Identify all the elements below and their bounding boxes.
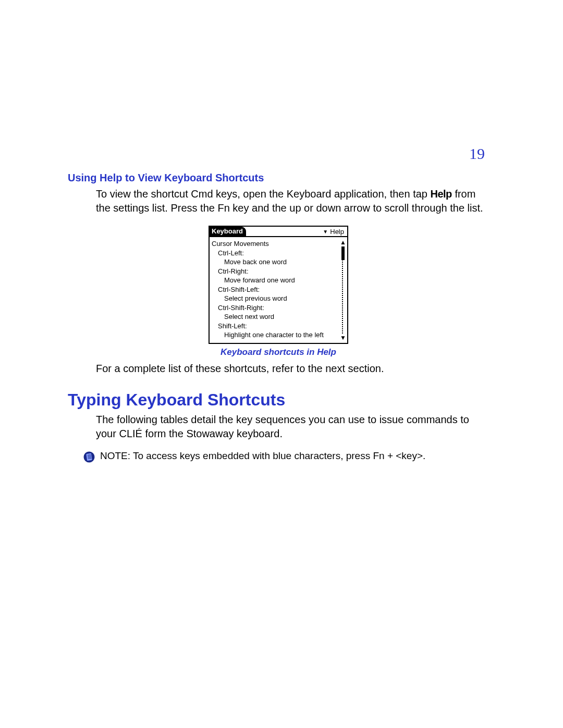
palm-body: Cursor Movements Ctrl-Left: Move back on… <box>210 237 347 343</box>
paragraph-intro-a: To view the shortcut Cmd keys, open the … <box>96 188 430 200</box>
page-number: 19 <box>469 145 485 163</box>
palm-help-text: Cursor Movements Ctrl-Left: Move back on… <box>210 237 340 343</box>
paragraph-tables-intro: The following tables detail the key sequ… <box>96 413 485 441</box>
note-row: NOTE: To access keys embedded with blue … <box>83 450 485 463</box>
palm-dropdown-label: Help <box>330 228 344 236</box>
section-heading-typing-shortcuts: Typing Keyboard Shortcuts <box>68 390 485 410</box>
note-text: NOTE: To access keys embedded with blue … <box>100 450 425 462</box>
scroll-down-arrow-icon[interactable]: ▼ <box>340 335 346 341</box>
figure-keyboard-help: Keyboard ▼ Help Cursor Movements Ctrl-Le… <box>96 226 461 357</box>
figure-caption: Keyboard shortcuts in Help <box>221 347 336 357</box>
shortcut-key: Ctrl-Shift-Right: <box>218 303 339 313</box>
shortcut-key: Shift-Left: <box>218 322 339 331</box>
palm-window: Keyboard ▼ Help Cursor Movements Ctrl-Le… <box>209 226 348 344</box>
palm-dropdown-help[interactable]: ▼ Help <box>323 227 347 236</box>
shortcut-key: Ctrl-Shift-Left: <box>218 285 339 294</box>
shortcut-desc: Move forward one word <box>224 276 339 285</box>
note-icon <box>83 451 95 463</box>
page: 19 Using Help to View Keyboard Shortcuts… <box>0 0 563 728</box>
shortcut-desc: Select next word <box>224 312 339 322</box>
help-menu-label: Help <box>430 188 451 200</box>
scroll-up-arrow-icon[interactable]: ▲ <box>340 239 346 245</box>
subheading-using-help: Using Help to View Keyboard Shortcuts <box>68 172 485 184</box>
shortcut-desc: Select previous word <box>224 294 339 303</box>
shortcut-key: Ctrl-Right: <box>218 267 339 276</box>
palm-app-title: Keyboard <box>210 227 246 236</box>
paragraph-intro: To view the shortcut Cmd keys, open the … <box>96 187 485 215</box>
palm-titlebar: Keyboard ▼ Help <box>210 227 347 237</box>
paragraph-refer-next: For a complete list of these shortcuts, … <box>96 362 485 376</box>
shortcut-desc: Move back one word <box>224 257 339 267</box>
shortcut-desc: Highlight one character to the left <box>224 330 339 340</box>
dropdown-triangle-icon: ▼ <box>323 229 328 235</box>
shortcut-key: Ctrl-Left: <box>218 249 339 258</box>
scroll-thumb[interactable] <box>341 246 345 260</box>
scroll-track[interactable] <box>342 246 344 334</box>
help-section-title: Cursor Movements <box>212 239 339 249</box>
content-column: Using Help to View Keyboard Shortcuts To… <box>68 172 485 463</box>
palm-scrollbar[interactable]: ▲ ▼ <box>340 237 347 343</box>
